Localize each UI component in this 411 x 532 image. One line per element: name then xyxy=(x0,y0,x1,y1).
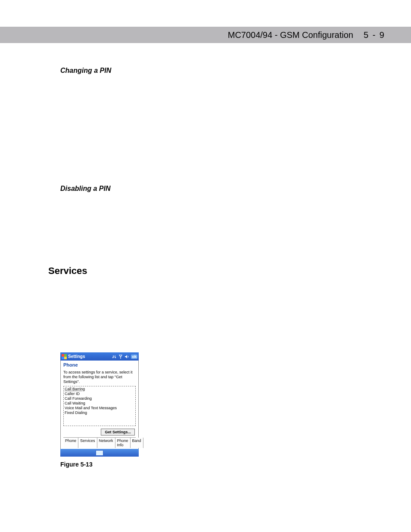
screenshot-titlebar: Settings ok xyxy=(60,352,139,361)
tab-network[interactable]: Network xyxy=(97,438,115,448)
instruction-text: To access settings for a service, select… xyxy=(63,370,136,384)
header-chapter-title: MC7004/94 - GSM Configuration xyxy=(228,30,353,40)
titlebar-app-name: Settings xyxy=(68,354,85,359)
heading-services: Services xyxy=(48,265,87,277)
services-listbox[interactable]: Call Barring Caller ID Call Forwarding C… xyxy=(63,386,136,426)
pane-title: Phone xyxy=(63,362,136,367)
tab-phone-info[interactable]: Phone Info xyxy=(115,438,131,448)
connectivity-icon[interactable] xyxy=(112,354,117,359)
start-icon[interactable] xyxy=(62,354,67,359)
page-header: MC7004/94 - GSM Configuration 5 - 9 xyxy=(0,27,411,43)
subheading-changing-pin: Changing a PIN xyxy=(60,67,371,75)
get-settings-button[interactable]: Get Settings... xyxy=(101,429,135,436)
tab-band[interactable]: Band xyxy=(131,438,143,448)
list-item[interactable]: Fixed Dialing xyxy=(65,411,134,415)
device-screenshot: Settings ok Phone To access settings for… xyxy=(60,352,139,457)
list-item[interactable]: Call Barring xyxy=(65,387,134,392)
keyboard-icon[interactable] xyxy=(96,450,103,456)
softkey-bar xyxy=(60,449,139,457)
tabs: Phone Services Network Phone Info Band xyxy=(63,437,136,448)
subheading-disabling-pin: Disabling a PIN xyxy=(60,185,371,193)
signal-icon[interactable] xyxy=(118,354,123,359)
list-item[interactable]: Call Waiting xyxy=(65,401,134,406)
ok-button[interactable]: ok xyxy=(131,355,137,359)
speaker-icon[interactable] xyxy=(125,354,130,359)
list-item[interactable]: Caller ID xyxy=(65,392,134,396)
header-page-number: 5 - 9 xyxy=(364,30,385,40)
tab-phone[interactable]: Phone xyxy=(63,438,78,448)
figure-caption: Figure 5-13 xyxy=(60,461,139,468)
list-item[interactable]: Call Forwarding xyxy=(65,396,134,401)
list-item[interactable]: Voice Mail and Text Messages xyxy=(65,406,134,411)
tab-services[interactable]: Services xyxy=(78,438,97,448)
